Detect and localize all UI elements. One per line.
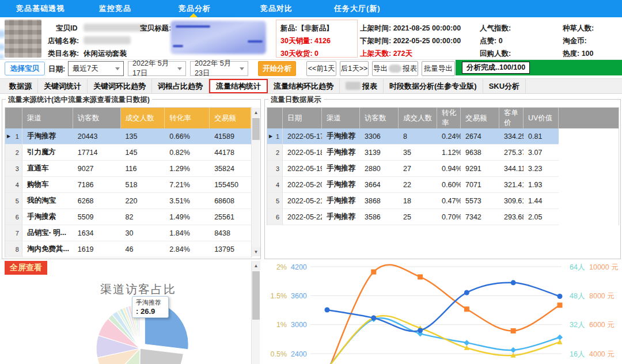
start-analysis-button[interactable]: 开始分析 bbox=[258, 61, 296, 76]
info-field: 回购人数: bbox=[480, 49, 511, 59]
batch-export-button[interactable]: 批量导出 bbox=[422, 61, 455, 76]
data-point-交易额[interactable] bbox=[418, 274, 423, 279]
column-header: UV价值 bbox=[524, 108, 559, 128]
table-row[interactable]: 3直通车90271161.29%35824 bbox=[5, 161, 251, 177]
cell: 1.12% bbox=[437, 145, 461, 161]
blurred-text-streak bbox=[173, 45, 183, 47]
scroll-up-icon[interactable]: ▲ bbox=[252, 261, 260, 270]
cell: 13795 bbox=[210, 241, 251, 257]
scrollbar-thumb[interactable] bbox=[252, 271, 260, 320]
tab-3[interactable]: 关键词环比趋势 bbox=[88, 79, 152, 93]
tab-7[interactable]: 报表 bbox=[340, 79, 384, 93]
axis-tick-buyers: 48人 bbox=[570, 292, 585, 300]
table-row[interactable]: 42022-05-20手淘推荐3664220.60%7071321.411.93 bbox=[267, 177, 619, 193]
cell: 344.11 bbox=[499, 161, 524, 177]
data-point-交易额[interactable] bbox=[511, 328, 516, 333]
bottom-left-scrollbar[interactable]: ▲ bbox=[251, 261, 260, 364]
table-row[interactable]: 32022-05-19手淘推荐2880270.94%9291344.113.23 bbox=[267, 161, 619, 177]
product-thumbnail[interactable] bbox=[5, 20, 41, 58]
data-point-成交人数[interactable] bbox=[464, 340, 469, 346]
cell: 3.51% bbox=[165, 193, 210, 209]
blurred-text bbox=[346, 82, 361, 90]
cell: 0.82% bbox=[165, 145, 210, 161]
data-point-访客数[interactable] bbox=[557, 294, 563, 299]
left-table-scrollbar[interactable]: ▲ ▼ bbox=[251, 108, 260, 256]
axis-tick-rate: 1% bbox=[276, 321, 287, 329]
export-report-button[interactable]: 导出报表 bbox=[372, 61, 418, 76]
prev-day-button[interactable]: <<前1天 bbox=[306, 61, 336, 76]
cell: 7342 bbox=[461, 209, 499, 225]
tab-2[interactable]: 关键词统计 bbox=[38, 79, 88, 93]
date-to-select[interactable]: 2022年 5月23日 bbox=[190, 61, 248, 76]
cell: 1.84% bbox=[165, 225, 210, 241]
column-header: 转化率 bbox=[437, 108, 461, 128]
data-point-访客数[interactable] bbox=[371, 316, 376, 321]
axis-tick-rate: 2% bbox=[276, 263, 287, 271]
data-point-交易额[interactable] bbox=[371, 270, 376, 275]
tab-6[interactable]: 流量结构环比趋势 bbox=[268, 79, 340, 93]
cell: 1.29% bbox=[165, 161, 210, 177]
cell: 135 bbox=[121, 128, 165, 145]
table-row[interactable]: 6手淘搜索5509821.49%25561 bbox=[5, 209, 251, 225]
tab-4[interactable]: 词根占比趋势 bbox=[152, 79, 209, 93]
data-point-访客数[interactable] bbox=[464, 290, 469, 295]
cell: 35824 bbox=[210, 161, 251, 177]
tab-1[interactable]: 数据源 bbox=[3, 79, 38, 93]
tab-8[interactable]: 时段数据分析(生参专业版) bbox=[384, 79, 483, 93]
select-item-button[interactable]: 选择宝贝 bbox=[5, 62, 45, 75]
data-point-成交人数[interactable] bbox=[510, 347, 516, 353]
fullscreen-button[interactable]: 全屏查看 bbox=[5, 261, 47, 275]
pie-slice-引力魔方[interactable] bbox=[139, 348, 183, 364]
data-point-访客数[interactable] bbox=[325, 307, 330, 312]
table-row[interactable]: 5我的淘宝62682203.51%68608 bbox=[5, 193, 251, 209]
active-nav-indicator-icon bbox=[189, 13, 198, 17]
date-range-select[interactable]: 最近7天 bbox=[68, 61, 124, 76]
cell: 9027 bbox=[73, 161, 121, 177]
cell: 334.25 bbox=[499, 128, 524, 145]
scrollbar-thumb[interactable] bbox=[252, 118, 260, 140]
tab-strip: 数据源关键词统计关键词环比趋势词根占比趋势流量结构统计流量结构环比趋势报表时段数… bbox=[0, 78, 622, 94]
cell: 2022-05-21 bbox=[283, 193, 322, 209]
table-row[interactable]: 52022-05-21手淘推荐3868180.47%5573309.611.44 bbox=[267, 193, 619, 209]
table-row[interactable]: 2引力魔方177141450.82%44178 bbox=[5, 145, 251, 161]
cell: 145 bbox=[121, 145, 165, 161]
scroll-up-icon[interactable]: ▲ bbox=[252, 108, 260, 117]
cell: 22 bbox=[399, 177, 437, 193]
cell: 2022-05-20 bbox=[283, 177, 322, 193]
nav-item-4[interactable]: 竞品对比 bbox=[260, 0, 293, 17]
tooltip-label: 手淘推荐 bbox=[136, 298, 165, 307]
column-header: 转化率 bbox=[165, 108, 210, 128]
table-row[interactable]: 7品销宝- 明...1634301.84%8438 bbox=[5, 225, 251, 241]
table-row[interactable]: 22022-05-18手淘推荐3139351.12%9638275.373.07 bbox=[267, 145, 619, 161]
table-row[interactable]: ▶12022-05-17手淘推荐330680.24%2674334.250.81 bbox=[267, 128, 619, 145]
tab-9[interactable]: SKU分析 bbox=[483, 79, 526, 93]
info-field: 下架时间: 2022-05-25 00:00:00 bbox=[360, 36, 461, 46]
data-point-转化率[interactable] bbox=[557, 339, 562, 344]
tab-5[interactable]: 流量结构统计 bbox=[209, 79, 268, 93]
cell: 3664 bbox=[360, 177, 399, 193]
table-row[interactable]: 4购物车71865187.21%155450 bbox=[5, 177, 251, 193]
data-point-交易额[interactable] bbox=[464, 306, 469, 312]
data-point-访客数[interactable] bbox=[418, 328, 423, 333]
scroll-down-icon[interactable]: ▼ bbox=[252, 247, 260, 256]
cell: 18 bbox=[399, 193, 437, 209]
table-row[interactable]: 62022-05-22手淘推荐3586250.70%7342293.682.05 bbox=[267, 209, 619, 225]
toolbar: 选择宝贝 日期: 最近7天 2022年 5月17日 2022年 5月23日 开始… bbox=[0, 60, 622, 78]
data-point-访客数[interactable] bbox=[511, 280, 516, 285]
cell: 品销宝- 明... bbox=[22, 225, 73, 241]
axis-tick-buyers: 16人 bbox=[570, 350, 585, 358]
nav-item-1[interactable]: 竞品基础透视 bbox=[16, 0, 65, 17]
column-header: 渠道 bbox=[322, 108, 360, 128]
next-day-button[interactable]: 后1天>> bbox=[340, 61, 369, 76]
data-point-交易额[interactable] bbox=[557, 302, 563, 308]
table-row[interactable]: 8淘内免费其...1619462.84%13795 bbox=[5, 241, 251, 257]
nav-item-2[interactable]: 监控竞品 bbox=[99, 0, 131, 17]
nav-item-5[interactable]: 任务大厅(新) bbox=[334, 0, 381, 17]
cell: 1.49% bbox=[165, 209, 210, 225]
cell: 41589 bbox=[210, 128, 251, 145]
series-line-转化率 bbox=[327, 316, 560, 364]
date-from-select[interactable]: 2022年 5月17日 bbox=[128, 61, 186, 76]
selected-row-arrow-icon: ▶ bbox=[269, 134, 272, 139]
table-row[interactable]: ▶1手淘推荐204431350.66%41589 bbox=[5, 128, 251, 145]
cell: 68608 bbox=[210, 193, 251, 209]
